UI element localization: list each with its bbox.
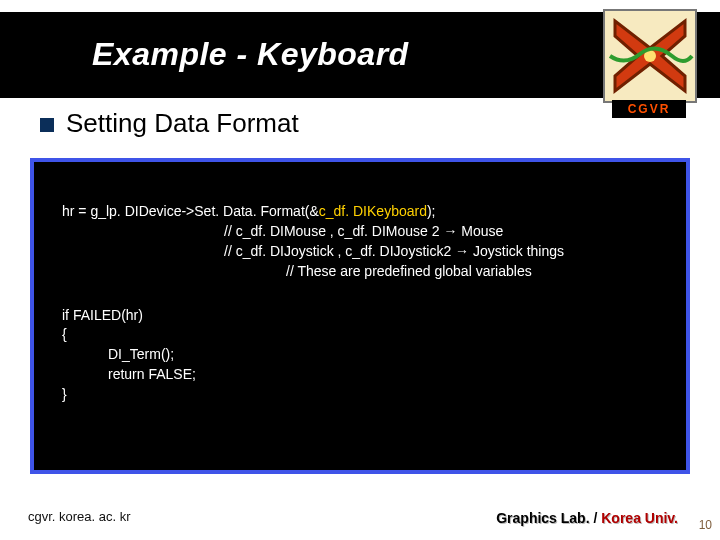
- code-line-diterm: DI_Term();: [108, 345, 658, 365]
- page-number: 10: [699, 518, 712, 532]
- code-block: hr = g_lp. DIDevice->Set. Data. Format(&…: [30, 158, 690, 474]
- code-error-block: if FAILED(hr) { DI_Term(); return FALSE;…: [62, 306, 658, 405]
- footer-lab: Graphics Lab.: [496, 510, 589, 526]
- footer-sep: /: [590, 510, 602, 526]
- footer-credits: Graphics Lab. / Korea Univ.: [496, 510, 678, 526]
- footer-univ: Korea Univ.: [601, 510, 678, 526]
- section-heading-text: Setting Data Format: [66, 108, 299, 139]
- x-logo-icon: [600, 6, 700, 106]
- code-line-brace-close: }: [62, 385, 658, 405]
- code-line-2: // c_df. DIMouse , c_df. DIMouse 2 → Mou…: [224, 222, 658, 242]
- code-line-brace-open: {: [62, 325, 658, 345]
- bullet-square-icon: [40, 118, 54, 132]
- code-line-return: return FALSE;: [108, 365, 658, 385]
- footer-url: cgvr. korea. ac. kr: [28, 509, 131, 524]
- code-text: hr = g_lp. DIDevice->Set. Data. Format(&: [62, 203, 319, 219]
- code-line-if: if FAILED(hr): [62, 306, 658, 326]
- code-highlight: c_df. DIKeyboard: [319, 203, 427, 219]
- code-line-1: hr = g_lp. DIDevice->Set. Data. Format(&…: [62, 202, 658, 222]
- cgvr-label: CGVR: [612, 100, 686, 118]
- code-line-4: // These are predefined global variables: [286, 262, 658, 282]
- code-text: );: [427, 203, 436, 219]
- code-line-3: // c_df. DIJoystick , c_df. DIJoystick2 …: [224, 242, 658, 262]
- slide: Example - Keyboard CGVR Setting Data For…: [0, 0, 720, 540]
- section-heading: Setting Data Format: [40, 108, 299, 139]
- cgvr-logo: [600, 6, 700, 106]
